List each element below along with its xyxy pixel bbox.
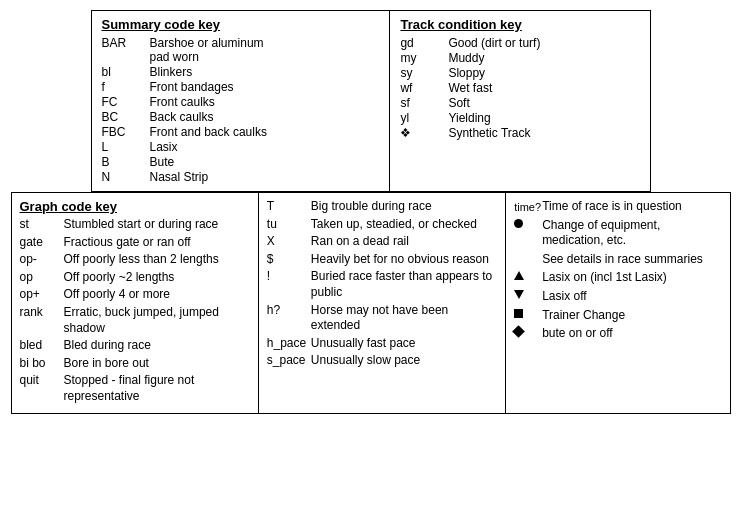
- code-bled: bled: [20, 338, 64, 354]
- desc-gate: Fractious gate or ran off: [64, 235, 250, 251]
- code-fbc: FBC: [102, 125, 150, 139]
- desc-bar: Barshoe or aluminumpad worn: [150, 36, 380, 64]
- triangle-down-icon: [514, 289, 542, 299]
- code-op-minus: op-: [20, 252, 64, 268]
- desc-hpace: Unusually fast pace: [311, 336, 497, 352]
- desc-fc: Front caulks: [150, 95, 380, 109]
- code-synthetic: ❖: [400, 126, 448, 140]
- graph-code-col: Graph code key st Stumbled start or duri…: [12, 193, 259, 413]
- code-bl: bl: [102, 65, 150, 79]
- main-container: Summary code key BAR Barshoe or aluminum…: [11, 10, 731, 414]
- mid-row-dollar: $ Heavily bet for no obvious reason: [267, 252, 497, 268]
- code-t: T: [267, 199, 311, 215]
- graph-row-gate: gate Fractious gate or ran off: [20, 235, 250, 251]
- summary-row-fc: FC Front caulks: [102, 95, 380, 109]
- desc-op-minus: Off poorly less than 2 lengths: [64, 252, 250, 268]
- right-row-see-details: See details in race summaries: [514, 252, 721, 268]
- desc-op: Off poorly ~2 lengths: [64, 270, 250, 286]
- desc-op-plus: Off poorly 4 or more: [64, 287, 250, 303]
- code-op-plus: op+: [20, 287, 64, 303]
- mid-row-hpace: h_pace Unusually fast pace: [267, 336, 497, 352]
- desc-triangle-up: Lasix on (incl 1st Lasix): [542, 270, 721, 286]
- code-quit: quit: [20, 373, 64, 404]
- code-sf: sf: [400, 96, 448, 110]
- desc-bled: Bled during race: [64, 338, 250, 354]
- desc-n: Nasal Strip: [150, 170, 380, 184]
- track-row-synthetic: ❖ Synthetic Track: [400, 126, 639, 140]
- track-row-my: my Muddy: [400, 51, 639, 65]
- graph-row-st: st Stumbled start or during race: [20, 217, 250, 233]
- code-f: f: [102, 80, 150, 94]
- summary-row-bc: BC Back caulks: [102, 110, 380, 124]
- code-hq: h?: [267, 303, 311, 334]
- graph-row-op: op Off poorly ~2 lengths: [20, 270, 250, 286]
- track-row-wf: wf Wet fast: [400, 81, 639, 95]
- summary-row-bl: bl Blinkers: [102, 65, 380, 79]
- desc-fbc: Front and back caulks: [150, 125, 380, 139]
- right-col: time? Time of race is in question Change…: [506, 193, 729, 413]
- track-row-yl: yl Yielding: [400, 111, 639, 125]
- desc-space: Unusually slow pace: [311, 353, 497, 369]
- desc-dollar: Heavily bet for no obvious reason: [311, 252, 497, 268]
- track-title: Track condition key: [400, 17, 639, 32]
- desc-sy: Sloppy: [448, 66, 639, 80]
- code-op: op: [20, 270, 64, 286]
- code-space: s_pace: [267, 353, 311, 369]
- desc-yl: Yielding: [448, 111, 639, 125]
- graph-row-bibo: bi bo Bore in bore out: [20, 356, 250, 372]
- code-hpace: h_pace: [267, 336, 311, 352]
- summary-row-f: f Front bandages: [102, 80, 380, 94]
- track-row-sy: sy Sloppy: [400, 66, 639, 80]
- desc-rank: Erratic, buck jumped, jumped shadow: [64, 305, 250, 336]
- desc-wf: Wet fast: [448, 81, 639, 95]
- code-sy: sy: [400, 66, 448, 80]
- desc-bc: Back caulks: [150, 110, 380, 124]
- code-gate: gate: [20, 235, 64, 251]
- summary-row-fbc: FBC Front and back caulks: [102, 125, 380, 139]
- desc-t: Big trouble during race: [311, 199, 497, 215]
- code-st: st: [20, 217, 64, 233]
- code-yl: yl: [400, 111, 448, 125]
- right-row-triangle-down: Lasix off: [514, 289, 721, 305]
- track-row-sf: sf Soft: [400, 96, 639, 110]
- desc-exclaim: Buried race faster than appears to publi…: [311, 269, 497, 300]
- mid-row-space: s_pace Unusually slow pace: [267, 353, 497, 369]
- mid-row-tu: tu Taken up, steadied, or checked: [267, 217, 497, 233]
- code-dollar: $: [267, 252, 311, 268]
- square-icon: [514, 308, 542, 318]
- desc-st: Stumbled start or during race: [64, 217, 250, 233]
- mid-row-t: T Big trouble during race: [267, 199, 497, 215]
- code-n: N: [102, 170, 150, 184]
- code-bc: BC: [102, 110, 150, 124]
- graph-row-rank: rank Erratic, buck jumped, jumped shadow: [20, 305, 250, 336]
- summary-row-b: B Bute: [102, 155, 380, 169]
- desc-sf: Soft: [448, 96, 639, 110]
- right-row-square: Trainer Change: [514, 308, 721, 324]
- middle-col: T Big trouble during race tu Taken up, s…: [259, 193, 506, 413]
- desc-bl: Blinkers: [150, 65, 380, 79]
- desc-synthetic: Synthetic Track: [448, 126, 639, 140]
- code-wf: wf: [400, 81, 448, 95]
- desc-f: Front bandages: [150, 80, 380, 94]
- sym-time: time?: [514, 199, 542, 214]
- desc-gd: Good (dirt or turf): [448, 36, 639, 50]
- right-row-diamond: bute on or off: [514, 326, 721, 342]
- right-row-circle: Change of equipment, medication, etc.: [514, 218, 721, 249]
- top-tables: Summary code key BAR Barshoe or aluminum…: [91, 10, 651, 192]
- code-exclaim: !: [267, 269, 311, 300]
- desc-quit: Stopped - final figure not representativ…: [64, 373, 250, 404]
- desc-triangle-down: Lasix off: [542, 289, 721, 305]
- desc-bibo: Bore in bore out: [64, 356, 250, 372]
- graph-row-quit: quit Stopped - final figure not represen…: [20, 373, 250, 404]
- summary-row-bar: BAR Barshoe or aluminumpad worn: [102, 36, 380, 64]
- desc-hq: Horse may not have been extended: [311, 303, 497, 334]
- desc-my: Muddy: [448, 51, 639, 65]
- graph-row-op-minus: op- Off poorly less than 2 lengths: [20, 252, 250, 268]
- code-rank: rank: [20, 305, 64, 336]
- desc-b: Bute: [150, 155, 380, 169]
- summary-row-n: N Nasal Strip: [102, 170, 380, 184]
- code-bar: BAR: [102, 36, 150, 64]
- summary-title: Summary code key: [102, 17, 380, 32]
- bottom-section: Graph code key st Stumbled start or duri…: [11, 192, 731, 414]
- code-x: X: [267, 234, 311, 250]
